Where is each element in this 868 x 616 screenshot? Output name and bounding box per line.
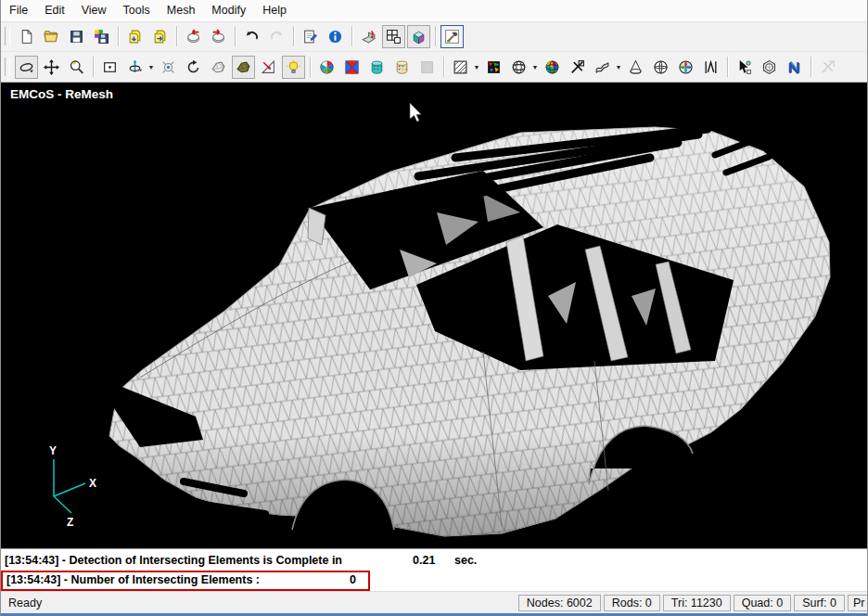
show-surfaces-dropdown-caret[interactable]: ▼ [614,64,623,71]
checker-multi-color-button[interactable] [390,56,414,79]
bounding-volume-icon [761,59,777,75]
read-mesh-data-button[interactable] [182,25,205,48]
new-file-icon [19,29,34,45]
save-as-colored-button[interactable] [90,25,113,48]
free-rotate-button[interactable] [182,56,205,79]
scene-canvas[interactable]: EMCoS - ReMesh Y X Z [1,83,867,548]
show-wireframe-sphere-button[interactable] [507,56,530,79]
hide-mesh-button[interactable] [566,56,589,79]
color-by-part-icon [319,59,335,75]
show-blocks-button[interactable] [382,25,405,48]
show-cone-primitive-button[interactable] [624,56,647,79]
color-by-part-button[interactable] [315,56,338,79]
rotate-about-axis-button[interactable] [123,56,147,79]
viewport-title: EMCoS - ReMesh [10,87,113,101]
show-surfaces-button[interactable] [591,56,614,79]
menu-modify[interactable]: Modify [203,0,254,20]
menu-edit[interactable]: Edit [36,0,73,20]
menu-help[interactable]: Help [254,0,295,20]
lighting-icon [286,59,301,75]
redo-icon [269,29,285,45]
rotate-view-button[interactable] [15,56,38,79]
menu-bar: FileEditViewToolsMeshModifyHelp [1,0,867,22]
new-file-button[interactable] [15,25,38,48]
toolbar-separator [293,26,294,46]
show-cone-primitive-icon [628,59,644,75]
show-compass-button[interactable] [649,56,672,79]
show-mesh-pattern-colored-icon [486,59,502,75]
zoom-view-button[interactable] [65,56,88,79]
lighting-button[interactable] [282,56,305,79]
toolbar-grip[interactable] [5,58,10,76]
color-by-quality-button[interactable] [340,56,364,79]
export-model-button[interactable] [148,25,172,48]
menu-view[interactable]: View [73,0,115,20]
show-feature-lines-icon [703,59,719,75]
plain-color-icon [419,59,435,75]
show-mesh-pattern-dropdown-caret[interactable]: ▼ [472,64,481,71]
save-file-button[interactable] [65,25,88,48]
model-info-button[interactable] [324,25,347,48]
show-feature-lines-button[interactable] [699,56,722,79]
rotate-about-axis-dropdown-caret[interactable]: ▼ [147,64,156,71]
log-value: 0 [350,572,356,588]
status-panel-3: Quad: 0 [734,595,791,611]
intersection-check-button [816,56,839,79]
show-compass-icon [653,59,669,75]
pick-entities-icon [736,59,752,75]
mesh-operations-button[interactable] [357,25,380,48]
flat-shading-button[interactable] [257,56,280,79]
write-mesh-data-button[interactable] [207,25,230,48]
shaded-mesh-button[interactable] [232,56,255,79]
log-line-intersections-highlighted[interactable]: [13:54:43] - Number of Intersecting Elem… [1,571,370,591]
log-unit: sec. [454,551,477,570]
pan-view-button[interactable] [40,56,63,79]
set-rotation-center-icon [160,59,176,75]
checker-single-color-button[interactable] [365,56,389,79]
toolbar-separator [351,26,352,46]
show-wireframe-sphere-icon [511,59,527,75]
show-wireframe-sphere-colored-button[interactable] [541,56,564,79]
status-panel-5: Pr [848,595,867,611]
menu-file[interactable]: File [1,0,36,20]
toolbar-separator [118,26,119,46]
wireframe-mesh-button[interactable] [207,56,230,79]
menu-mesh[interactable]: Mesh [159,0,204,20]
bounding-volume-button[interactable] [758,56,781,79]
log-timestamp: [13:54:43] [6,573,60,586]
remesh-tool-button[interactable] [440,25,464,48]
toolbar-separator [727,57,728,77]
undo-button[interactable] [240,25,263,48]
toolbar-standard [1,22,867,52]
show-mesh-pattern-colored-button[interactable] [482,56,505,79]
zoom-view-icon [69,59,84,75]
checker-multi-color-icon [394,59,410,75]
export-model-icon [152,29,168,45]
show-compass-colored-button[interactable] [674,56,697,79]
show-wireframe-sphere-dropdown-caret[interactable]: ▼ [530,64,540,71]
nurbs-surfaces-icon [786,59,802,75]
import-model-button[interactable] [123,25,147,48]
properties-button[interactable] [299,25,322,48]
show-solids-button[interactable] [407,25,430,48]
zoom-window-icon [102,59,118,75]
nurbs-surfaces-button[interactable] [783,56,806,79]
zoom-window-button[interactable] [98,56,121,79]
axis-label-x: X [89,477,96,490]
menu-tools[interactable]: Tools [115,0,159,20]
toolbar-separator [93,57,94,77]
rotate-view-icon [19,59,34,75]
toolbar-grip[interactable] [5,27,10,45]
log-output: [13:54:43] - Detection of Intersecting E… [1,548,867,591]
show-solids-icon [411,29,427,45]
read-mesh-data-icon [185,29,201,45]
write-mesh-data-icon [211,29,226,45]
viewport-3d[interactable]: EMCoS - ReMesh Y X Z [1,83,867,548]
pick-entities-button[interactable] [733,56,756,79]
status-bar: Ready Nodes: 6002Rods: 0Tri: 11230Quad: … [1,591,867,616]
show-mesh-pattern-button[interactable] [449,56,472,79]
open-file-icon [44,29,59,45]
set-rotation-center-button[interactable] [157,56,180,79]
open-file-button[interactable] [40,25,63,48]
color-by-quality-icon [344,59,360,75]
